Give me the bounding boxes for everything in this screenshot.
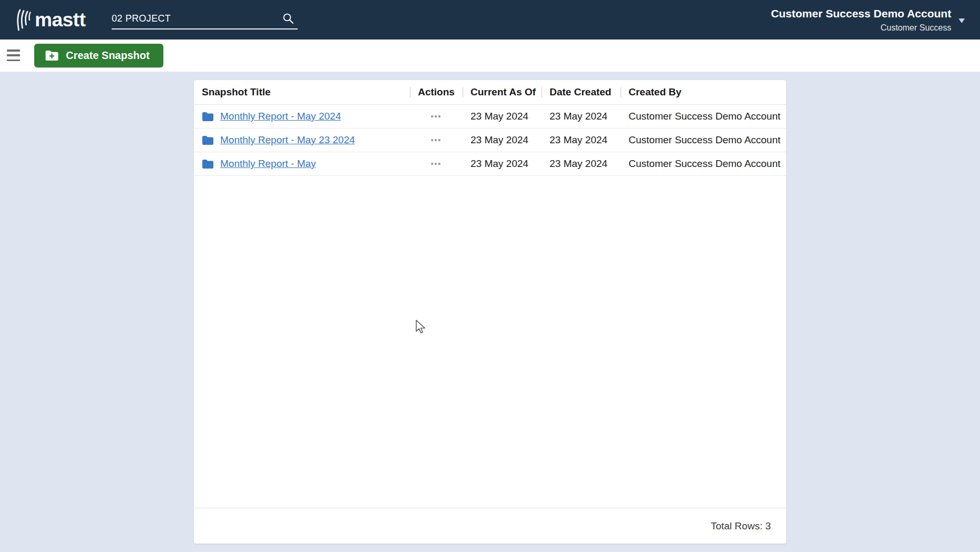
create-snapshot-button[interactable]: Create Snapshot	[34, 44, 163, 67]
logo-wordmark: mastt	[35, 10, 85, 29]
table-header-row: Snapshot Title Actions Current As Of Dat…	[194, 80, 786, 105]
table-row: Monthly Report - May ••• 23 May 2024 23 …	[194, 152, 786, 176]
more-actions-icon[interactable]: •••	[428, 111, 445, 122]
account-subtitle: Customer Success	[880, 23, 951, 33]
created-by-cell: Customer Success Demo Account	[621, 129, 786, 152]
project-search	[112, 9, 298, 29]
table-footer: Total Rows: 3	[194, 508, 786, 544]
top-nav: mastt Customer Success Demo Account Cust…	[0, 0, 980, 40]
menu-icon[interactable]	[7, 50, 20, 61]
created-by-cell: Customer Success Demo Account	[621, 152, 786, 175]
more-actions-icon[interactable]: •••	[428, 158, 445, 170]
actions-cell: •••	[410, 105, 463, 128]
date-created-cell: 23 May 2024	[542, 152, 621, 175]
mastt-logo-icon	[15, 8, 32, 32]
folder-plus-icon	[45, 50, 59, 62]
current-as-of-cell: 23 May 2024	[463, 152, 542, 175]
create-snapshot-label: Create Snapshot	[66, 50, 150, 62]
column-header-date-created: Date Created	[542, 80, 621, 104]
actions-cell: •••	[410, 129, 463, 152]
snapshot-title-cell: Monthly Report - May 2024	[194, 105, 410, 128]
actions-cell: •••	[410, 152, 463, 175]
app-window: mastt Customer Success Demo Account Cust…	[0, 0, 980, 552]
account-menu[interactable]: Customer Success Demo Account Customer S…	[771, 0, 964, 40]
column-header-actions: Actions	[410, 80, 463, 104]
mastt-logo: mastt	[15, 8, 85, 32]
current-as-of-cell: 23 May 2024	[463, 105, 542, 128]
snapshot-title-cell: Monthly Report - May 23 2024	[194, 129, 410, 152]
more-actions-icon[interactable]: •••	[428, 134, 445, 146]
created-by-cell: Customer Success Demo Account	[621, 105, 786, 128]
search-icon[interactable]	[282, 12, 295, 25]
column-header-current-as-of: Current As Of	[463, 80, 542, 104]
chevron-down-icon: ▾	[959, 16, 965, 25]
page-toolbar: Create Snapshot	[0, 40, 980, 72]
column-header-snapshot-title: Snapshot Title	[194, 80, 410, 104]
date-created-cell: 23 May 2024	[542, 105, 621, 128]
snapshot-link[interactable]: Monthly Report - May 2024	[220, 111, 341, 122]
main-content: Snapshot Title Actions Current As Of Dat…	[0, 72, 980, 552]
folder-icon	[202, 159, 214, 169]
snapshot-link[interactable]: Monthly Report - May	[220, 158, 316, 170]
current-as-of-cell: 23 May 2024	[463, 129, 542, 152]
search-input[interactable]	[112, 9, 270, 27]
table-row: Monthly Report - May 2024 ••• 23 May 202…	[194, 105, 786, 129]
table-row: Monthly Report - May 23 2024 ••• 23 May …	[194, 129, 786, 152]
snapshot-link[interactable]: Monthly Report - May 23 2024	[220, 134, 355, 146]
folder-icon	[202, 112, 214, 122]
column-header-created-by: Created By	[621, 80, 786, 104]
folder-icon	[202, 135, 214, 145]
date-created-cell: 23 May 2024	[542, 129, 621, 152]
account-name: Customer Success Demo Account	[771, 7, 951, 21]
total-rows-label: Total Rows: 3	[711, 520, 771, 532]
snapshot-title-cell: Monthly Report - May	[194, 152, 410, 175]
account-texts: Customer Success Demo Account Customer S…	[771, 7, 951, 33]
snapshots-table: Snapshot Title Actions Current As Of Dat…	[194, 80, 786, 544]
table-body: Monthly Report - May 2024 ••• 23 May 202…	[194, 105, 786, 508]
